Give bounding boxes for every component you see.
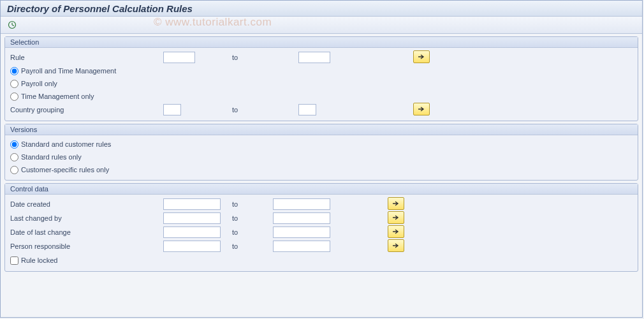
radio-standard-customer[interactable]	[10, 140, 18, 149]
rule-locked-label: Rule locked	[21, 256, 57, 264]
person-responsible-to-label: to	[221, 239, 273, 253]
country-multiselect-button[interactable]	[413, 103, 430, 115]
radio-standard-only[interactable]	[10, 153, 18, 161]
radio-time-only[interactable]	[10, 93, 18, 101]
rule-multiselect-button[interactable]	[413, 50, 430, 63]
group-selection: Selection Rule to	[4, 36, 638, 121]
radio-payroll-only[interactable]	[10, 80, 18, 88]
date-created-to-label: to	[221, 197, 273, 211]
radio-customer-only[interactable]	[10, 166, 18, 174]
rule-to-input[interactable]	[298, 52, 330, 63]
person-responsible-multiselect-button[interactable]	[388, 239, 404, 252]
date-last-change-label: Date of last change	[10, 225, 163, 239]
content: Selection Rule to	[1, 34, 642, 277]
country-from-input[interactable]	[163, 104, 181, 115]
date-last-change-from-input[interactable]	[163, 226, 221, 238]
arrow-right-icon	[418, 106, 425, 112]
date-last-change-to-label: to	[221, 225, 273, 239]
person-responsible-from-input[interactable]	[163, 241, 221, 252]
group-versions-title: Versions	[5, 124, 638, 135]
radio-payroll-time-label: Payroll and Time Management	[21, 67, 116, 75]
date-created-to-input[interactable]	[273, 198, 330, 210]
window: Directory of Personnel Calculation Rules…	[0, 0, 643, 318]
radio-standard-only-label: Standard rules only	[21, 153, 82, 161]
toolbar	[1, 17, 642, 34]
group-selection-title: Selection	[5, 37, 638, 48]
radio-customer-only-label: Customer-specific rules only	[21, 166, 109, 174]
country-to-label: to	[181, 103, 298, 117]
rule-locked-checkbox[interactable]	[10, 256, 18, 265]
radio-standard-customer-label: Standard and customer rules	[21, 140, 111, 148]
page-title: Directory of Personnel Calculation Rules	[1, 1, 642, 17]
country-to-input[interactable]	[298, 104, 316, 115]
arrow-right-icon	[392, 214, 400, 221]
clock-execute-icon	[8, 20, 17, 29]
person-responsible-label: Person responsible	[10, 239, 163, 253]
group-control-title: Control data	[5, 184, 638, 195]
arrow-right-icon	[392, 228, 400, 235]
rule-label: Rule	[10, 50, 163, 64]
last-changed-by-to-label: to	[221, 211, 273, 225]
radio-payroll-time[interactable]	[10, 67, 18, 75]
date-created-multiselect-button[interactable]	[388, 197, 404, 210]
date-created-label: Date created	[10, 197, 163, 211]
execute-button[interactable]	[4, 19, 20, 31]
country-grouping-label: Country grouping	[10, 103, 163, 117]
rule-from-input[interactable]	[163, 52, 195, 63]
svg-line-2	[12, 25, 14, 26]
arrow-right-icon	[418, 54, 425, 60]
arrow-right-icon	[392, 200, 400, 207]
last-changed-by-from-input[interactable]	[163, 212, 221, 224]
arrow-right-icon	[392, 242, 400, 249]
radio-time-only-label: Time Management only	[21, 93, 94, 100]
radio-payroll-only-label: Payroll only	[21, 80, 57, 87]
person-responsible-to-input[interactable]	[273, 241, 330, 252]
rule-to-label: to	[195, 50, 298, 64]
date-last-change-to-input[interactable]	[273, 226, 330, 238]
date-created-from-input[interactable]	[163, 198, 221, 210]
group-versions: Versions Standard and customer rules Sta…	[4, 124, 638, 181]
date-last-change-multiselect-button[interactable]	[388, 225, 404, 238]
last-changed-by-label: Last changed by	[10, 211, 163, 225]
group-control: Control data Date created to Last change…	[4, 183, 638, 272]
last-changed-by-to-input[interactable]	[273, 212, 330, 224]
last-changed-by-multiselect-button[interactable]	[388, 211, 404, 224]
